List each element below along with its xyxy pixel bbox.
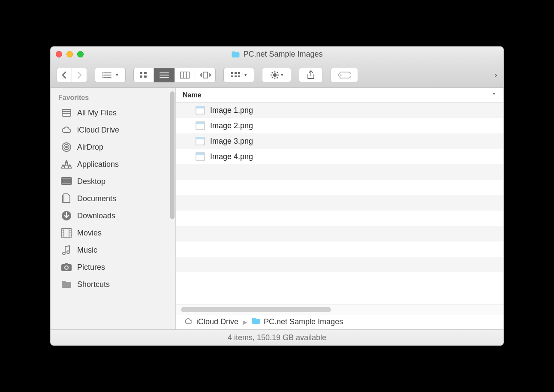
minimize-window-button[interactable] (66, 51, 73, 57)
image-file-icon (196, 106, 205, 115)
empty-row (176, 257, 503, 272)
scrollbar-thumb[interactable] (181, 307, 331, 312)
file-name: Image 4.png (210, 152, 253, 161)
sidebar-item-label: Shortcuts (77, 280, 110, 289)
close-window-button[interactable] (56, 51, 62, 57)
folder-icon (61, 279, 72, 290)
airdrop-icon (61, 142, 72, 153)
empty-row (176, 241, 503, 257)
path-crumb-folder[interactable]: PC.net Sample Images (252, 317, 343, 326)
path-crumb-label: iCloud Drive (196, 317, 238, 326)
svg-rect-28 (274, 71, 275, 72)
svg-rect-7 (144, 72, 147, 74)
sidebar-item-music[interactable]: Music (51, 241, 175, 259)
chevron-down-icon: ▾ (116, 72, 118, 78)
column-view-button[interactable] (175, 68, 195, 82)
sidebar-item-label: Documents (77, 194, 116, 203)
sidebar-item-shortcuts[interactable]: Shortcuts (51, 276, 175, 293)
list-view-button[interactable] (154, 68, 175, 82)
share-button[interactable] (299, 68, 323, 82)
sidebar-item-label: Pictures (77, 263, 105, 272)
toolbar-overflow-button[interactable]: ›› (494, 70, 497, 80)
empty-row (176, 180, 503, 195)
coverflow-view-button[interactable] (195, 68, 216, 82)
sort-ascending-icon: ⌃ (491, 92, 497, 99)
horizontal-scrollbar[interactable] (176, 305, 503, 314)
window-controls (56, 51, 84, 57)
sidebar-item-downloads[interactable]: Downloads (51, 207, 175, 224)
file-list-pane: Name ⌃ Image 1.png Image 2.png Image 3.p… (176, 88, 503, 329)
svg-rect-6 (140, 72, 142, 74)
sidebar-item-pictures[interactable]: Pictures (51, 259, 175, 276)
arrange-menu[interactable]: ▾ (95, 68, 126, 82)
sidebar-item-label: iCloud Drive (77, 126, 119, 135)
icon-view-button[interactable] (133, 68, 154, 82)
svg-rect-45 (62, 178, 71, 184)
status-bar: 4 items, 150.19 GB available (51, 330, 503, 345)
empty-row (176, 164, 503, 180)
svg-rect-37 (62, 109, 71, 116)
file-row[interactable]: Image 1.png (176, 103, 503, 118)
chevron-down-icon: ▾ (244, 72, 247, 78)
path-crumb-icloud[interactable]: iCloud Drive (184, 317, 238, 326)
finder-window: PC.net Sample Images ▾ (50, 46, 504, 346)
sidebar-item-label: Music (77, 246, 97, 255)
sidebar-item-documents[interactable]: Documents (51, 190, 175, 207)
sidebar-item-all-my-files[interactable]: All My Files (51, 104, 175, 121)
svg-rect-9 (144, 75, 147, 78)
sidebar-item-movies[interactable]: Movies (51, 224, 175, 241)
svg-rect-32 (276, 72, 278, 74)
svg-rect-30 (271, 74, 272, 75)
svg-rect-26 (238, 75, 240, 77)
sidebar-item-label: Desktop (77, 177, 105, 186)
group-menu[interactable]: ▾ (223, 68, 254, 82)
tags-button[interactable] (331, 68, 358, 82)
svg-rect-29 (274, 78, 275, 79)
empty-row (176, 226, 503, 241)
file-row[interactable]: Image 3.png (176, 133, 503, 149)
svg-rect-33 (271, 76, 274, 78)
svg-point-42 (66, 146, 67, 148)
svg-rect-65 (196, 137, 205, 139)
sidebar-item-icloud-drive[interactable]: iCloud Drive (51, 121, 175, 139)
file-row[interactable]: Image 2.png (176, 118, 503, 133)
svg-rect-31 (277, 74, 279, 75)
sidebar-item-airdrop[interactable]: AirDrop (51, 139, 175, 156)
image-file-icon (196, 152, 205, 161)
sidebar-item-label: Movies (77, 229, 102, 238)
svg-rect-22 (235, 72, 237, 74)
chevron-down-icon: ▾ (281, 72, 283, 78)
file-name: Image 2.png (210, 121, 253, 130)
chevron-right-icon: ▶ (243, 319, 247, 326)
empty-row (176, 195, 503, 211)
column-header-name[interactable]: Name ⌃ (176, 88, 503, 103)
svg-point-58 (65, 266, 68, 269)
svg-point-36 (340, 74, 342, 76)
zoom-window-button[interactable] (77, 51, 84, 57)
svg-rect-8 (140, 75, 142, 78)
svg-text:A: A (64, 160, 69, 169)
path-crumb-label: PC.net Sample Images (264, 317, 343, 326)
svg-rect-25 (235, 75, 237, 77)
toolbar: ▾ ▾ ▾ (51, 62, 503, 88)
file-row[interactable]: Image 4.png (176, 149, 503, 164)
svg-point-27 (273, 73, 277, 77)
cloud-icon (61, 124, 72, 136)
sidebar-item-desktop[interactable]: Desktop (51, 173, 175, 190)
svg-point-5 (102, 76, 103, 78)
action-menu[interactable]: ▾ (262, 68, 291, 82)
sidebar: Favorites All My Files iCloud Drive AirD… (51, 88, 176, 329)
sidebar-item-label: All My Files (77, 109, 117, 118)
sidebar-scrollbar[interactable] (170, 91, 175, 219)
back-button[interactable] (57, 68, 72, 82)
nav-buttons (57, 68, 87, 82)
sidebar-item-applications[interactable]: A Applications (51, 156, 175, 173)
applications-icon: A (61, 159, 72, 170)
column-header-label: Name (183, 91, 202, 99)
image-file-icon (196, 121, 205, 130)
all-my-files-icon (61, 107, 72, 118)
cloud-icon (184, 317, 193, 326)
movies-icon (61, 227, 72, 238)
documents-icon (61, 193, 72, 204)
forward-button[interactable] (72, 68, 87, 82)
